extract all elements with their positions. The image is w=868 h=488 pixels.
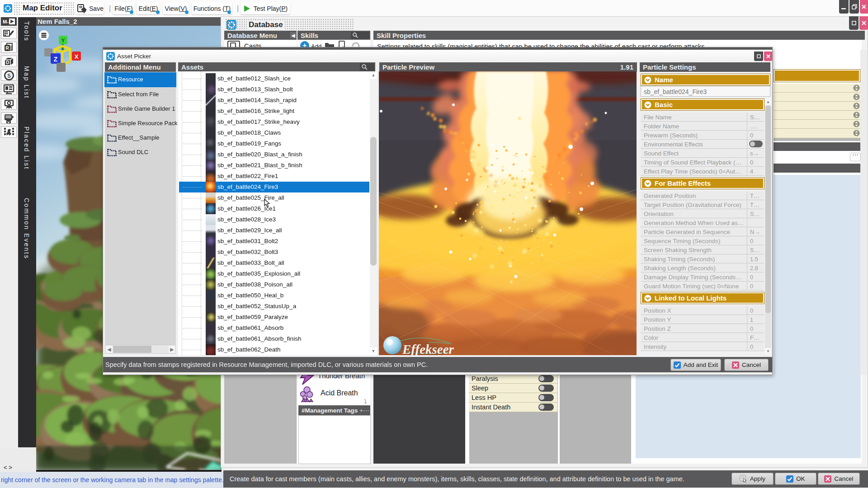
svg-text:Effekseer: Effekseer bbox=[402, 342, 454, 355]
svg-text:D: D bbox=[5, 60, 9, 65]
svg-text:R: R bbox=[5, 46, 9, 51]
svg-text:Y: Y bbox=[61, 38, 65, 44]
svg-text:Z: Z bbox=[54, 56, 58, 63]
svg-text:X: X bbox=[75, 53, 79, 60]
svg-text:S: S bbox=[7, 72, 10, 79]
